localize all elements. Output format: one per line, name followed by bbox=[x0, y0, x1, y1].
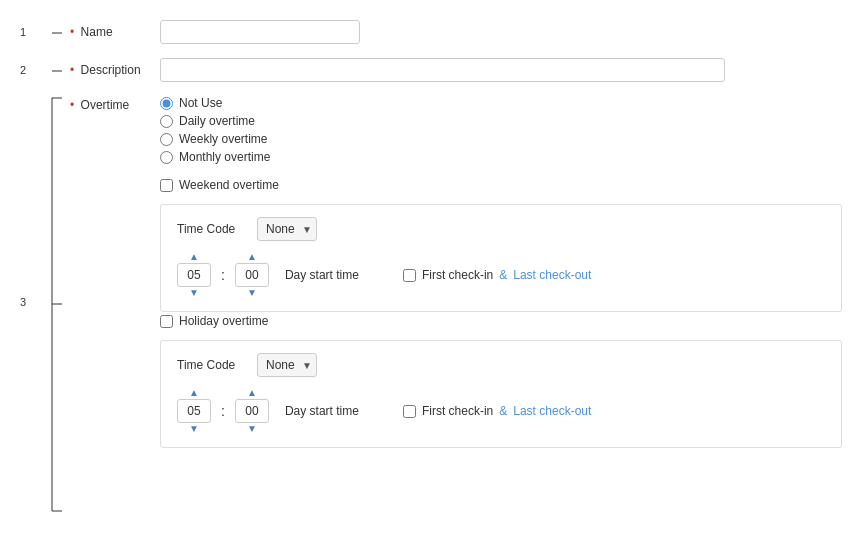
name-row: 1 • Name bbox=[20, 20, 842, 44]
weekend-timecode-select-wrapper: None ▼ bbox=[257, 217, 317, 241]
weekend-time-row: ▲ ▼ : ▲ ▼ Day start time bbox=[177, 251, 825, 299]
holiday-checkin-separator: & bbox=[499, 404, 507, 418]
weekend-timecode-label: Time Code bbox=[177, 222, 247, 236]
description-label: Description bbox=[81, 63, 141, 77]
holiday-hour-spinner: ▲ ▼ bbox=[177, 387, 211, 435]
row-1-number: 1 bbox=[20, 20, 40, 38]
holiday-checkin-text2: Last check-out bbox=[513, 404, 591, 418]
holiday-timecode-label: Time Code bbox=[177, 358, 247, 372]
holiday-overtime-checkbox[interactable] bbox=[160, 315, 173, 328]
overtime-label: Overtime bbox=[81, 98, 130, 112]
name-input-col bbox=[160, 20, 842, 44]
weekend-checkin-text2: Last check-out bbox=[513, 268, 591, 282]
overtime-required-star: • bbox=[70, 98, 74, 112]
name-label: Name bbox=[81, 25, 113, 39]
weekend-overtime-box: Time Code None ▼ ▲ ▼ : bbox=[160, 204, 842, 312]
weekend-hour-input[interactable] bbox=[177, 263, 211, 287]
holiday-overtime-box: Time Code None ▼ ▲ ▼ : bbox=[160, 340, 842, 448]
overtime-label-col: • Overtime bbox=[70, 96, 160, 112]
daily-overtime-label: Daily overtime bbox=[179, 114, 255, 128]
description-required-star: • bbox=[70, 63, 74, 77]
holiday-minute-down-button[interactable]: ▼ bbox=[243, 423, 261, 435]
weekend-hour-spinner: ▲ ▼ bbox=[177, 251, 211, 299]
holiday-timecode-select-wrapper: None ▼ bbox=[257, 353, 317, 377]
holiday-timecode-select[interactable]: None bbox=[257, 353, 317, 377]
holiday-time-row: ▲ ▼ : ▲ ▼ Day start time First check bbox=[177, 387, 825, 435]
weekend-minute-down-button[interactable]: ▼ bbox=[243, 287, 261, 299]
holiday-hour-down-button[interactable]: ▼ bbox=[185, 423, 203, 435]
description-label-col: • Description bbox=[70, 58, 160, 77]
bracket-3 bbox=[40, 96, 65, 516]
weekend-overtime-option[interactable]: Weekend overtime bbox=[160, 178, 842, 192]
holiday-time-separator: : bbox=[219, 403, 227, 419]
weekend-time-separator: : bbox=[219, 267, 227, 283]
holiday-checkin-label[interactable]: First check-in & Last check-out bbox=[403, 404, 591, 418]
overtime-row: 3 • Overtime Not Use bbox=[20, 96, 842, 519]
weekend-overtime-label: Weekend overtime bbox=[179, 178, 279, 192]
overtime-content: Not Use Daily overtime Weekly overtime M… bbox=[160, 96, 842, 458]
not-use-label: Not Use bbox=[179, 96, 222, 110]
weekend-checkin-checkbox[interactable] bbox=[403, 269, 416, 282]
holiday-minute-up-button[interactable]: ▲ bbox=[243, 387, 261, 399]
weekly-overtime-option[interactable]: Weekly overtime bbox=[160, 132, 842, 146]
weekend-hour-down-button[interactable]: ▼ bbox=[185, 287, 203, 299]
name-input[interactable] bbox=[160, 20, 360, 44]
not-use-option[interactable]: Not Use bbox=[160, 96, 842, 110]
weekly-overtime-label: Weekly overtime bbox=[179, 132, 267, 146]
holiday-checkin-text1: First check-in bbox=[422, 404, 493, 418]
row-3-number: 3 bbox=[20, 96, 40, 308]
weekend-overtime-checkbox[interactable] bbox=[160, 179, 173, 192]
weekend-checkin-text1: First check-in bbox=[422, 268, 493, 282]
bracket-1 bbox=[40, 26, 65, 40]
weekend-minute-up-button[interactable]: ▲ bbox=[243, 251, 261, 263]
daily-overtime-option[interactable]: Daily overtime bbox=[160, 114, 842, 128]
monthly-overtime-label: Monthly overtime bbox=[179, 150, 270, 164]
row-2-number: 2 bbox=[20, 58, 40, 76]
weekend-checkin-label[interactable]: First check-in & Last check-out bbox=[403, 268, 591, 282]
weekend-minute-spinner: ▲ ▼ bbox=[235, 251, 269, 299]
description-input-col bbox=[160, 58, 842, 82]
bracket-2 bbox=[40, 64, 65, 78]
holiday-minute-input[interactable] bbox=[235, 399, 269, 423]
description-row: 2 • Description bbox=[20, 58, 842, 82]
weekend-checkin-separator: & bbox=[499, 268, 507, 282]
description-input[interactable] bbox=[160, 58, 725, 82]
holiday-minute-spinner: ▲ ▼ bbox=[235, 387, 269, 435]
name-label-col: • Name bbox=[70, 20, 160, 39]
weekend-minute-input[interactable] bbox=[235, 263, 269, 287]
weekend-timecode-row: Time Code None ▼ bbox=[177, 217, 825, 241]
not-use-radio[interactable] bbox=[160, 97, 173, 110]
holiday-hour-up-button[interactable]: ▲ bbox=[185, 387, 203, 399]
name-required-star: • bbox=[70, 25, 74, 39]
form-container: 1 • Name 2 • Description bbox=[0, 0, 862, 539]
weekend-day-start-label: Day start time bbox=[285, 268, 359, 282]
weekend-hour-up-button[interactable]: ▲ bbox=[185, 251, 203, 263]
holiday-timecode-row: Time Code None ▼ bbox=[177, 353, 825, 377]
holiday-day-start-label: Day start time bbox=[285, 404, 359, 418]
weekly-overtime-radio[interactable] bbox=[160, 133, 173, 146]
holiday-overtime-option[interactable]: Holiday overtime bbox=[160, 314, 842, 328]
holiday-hour-input[interactable] bbox=[177, 399, 211, 423]
overtime-radio-group: Not Use Daily overtime Weekly overtime M… bbox=[160, 96, 842, 164]
monthly-overtime-option[interactable]: Monthly overtime bbox=[160, 150, 842, 164]
monthly-overtime-radio[interactable] bbox=[160, 151, 173, 164]
daily-overtime-radio[interactable] bbox=[160, 115, 173, 128]
holiday-checkin-checkbox[interactable] bbox=[403, 405, 416, 418]
holiday-overtime-label: Holiday overtime bbox=[179, 314, 268, 328]
weekend-timecode-select[interactable]: None bbox=[257, 217, 317, 241]
